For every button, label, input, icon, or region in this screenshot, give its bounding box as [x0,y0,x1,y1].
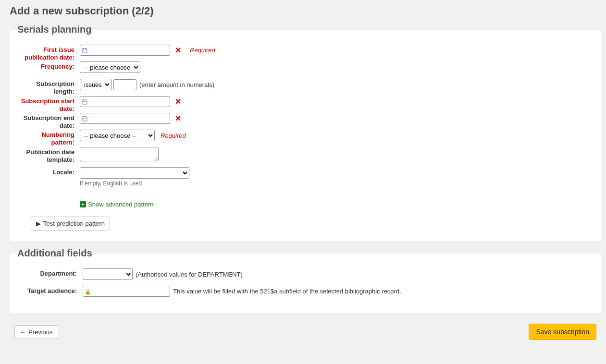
test-prediction-button[interactable]: ▶ Test prediction pattern [31,217,110,231]
subscription-length-amount-input[interactable] [113,79,136,90]
page-title: Add a new subscription (2/2) [10,5,601,17]
end-date-input[interactable] [80,113,170,124]
plus-icon: + [80,201,86,207]
first-issue-date-label: First issue publication date: [19,45,74,61]
target-audience-note: This value will be filled with the 521$a… [173,288,401,295]
show-advanced-pattern-label: Show advanced pattern [88,201,154,208]
required-indicator: Required [190,47,215,54]
frequency-select[interactable]: -- please choose -- [80,61,140,73]
target-audience-input [83,286,170,297]
department-select[interactable] [83,268,133,280]
frequency-label: Frequency: [19,61,74,71]
end-date-label: Subscription end date: [19,113,74,129]
target-audience-label: Target audience: [19,286,77,295]
subscription-length-unit-select[interactable]: issues [80,79,111,90]
numbering-pattern-label: Numbering pattern: [19,130,74,146]
required-indicator: Required [161,132,186,139]
start-date-input[interactable] [80,96,170,107]
clear-end-date-icon[interactable]: ✕ [175,115,181,122]
department-note: (Authorised values for DEPARTMENT) [136,271,243,278]
locale-label: Locale: [19,167,74,176]
start-date-label: Subscription start date: [19,96,74,112]
show-advanced-pattern-link[interactable]: + Show advanced pattern [80,201,154,208]
locale-hint: If empty, English is used [80,180,592,187]
pubdate-template-textarea[interactable] [80,147,159,161]
subscription-length-label: Subscription length: [19,79,74,95]
additional-fields-legend: Additional fields [17,248,92,259]
previous-button[interactable]: ← Previous [14,325,58,339]
department-label: Department: [19,268,77,278]
serials-planning-section: Serials planning First issue publication… [10,24,601,241]
locale-select[interactable] [80,167,189,179]
clear-start-date-icon[interactable]: ✕ [175,98,181,106]
serials-planning-legend: Serials planning [17,24,91,35]
additional-fields-section: Additional fields Department: (Authorise… [10,248,601,313]
pubdate-template-label: Publication date template: [19,147,74,163]
save-subscription-button[interactable]: Save subscription [529,324,596,340]
numbering-pattern-select[interactable]: -- please choose -- [80,130,155,141]
first-issue-date-input[interactable] [80,45,170,56]
clear-first-issue-date-icon[interactable]: ✕ [175,47,181,54]
subscription-length-note: (enter amount in numerals) [139,81,214,88]
play-icon: ▶ [36,220,41,227]
arrow-left-icon: ← [20,328,26,336]
